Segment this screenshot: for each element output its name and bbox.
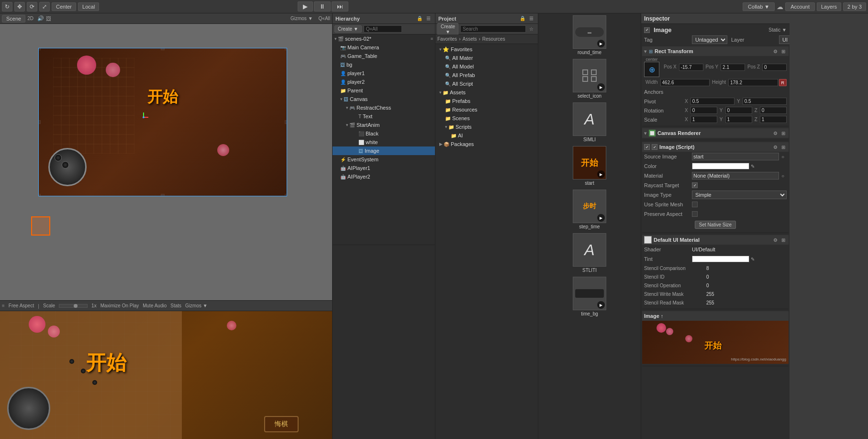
hierarchy-create[interactable]: Create ▼ (334, 25, 362, 33)
hier-item-image[interactable]: 🖼 Image (333, 146, 435, 155)
proj-fav-allprefab[interactable]: 🔍 All Prefab (437, 71, 536, 79)
center-button[interactable]: Center (52, 2, 76, 11)
material-pick[interactable]: ○ (779, 173, 787, 179)
anchor-box[interactable]: ⊕ (644, 62, 659, 77)
pivot-x-input[interactable] (690, 98, 734, 105)
pos-y-input[interactable] (721, 64, 745, 71)
maximize-btn[interactable]: Maximize On Play (100, 303, 139, 308)
step-button[interactable]: ⏭ (332, 1, 348, 11)
rotate-tool[interactable]: ⟳ (27, 2, 37, 11)
canvas-expand-icon[interactable]: ⊞ (780, 130, 787, 136)
project-search[interactable] (460, 25, 526, 33)
proj-item-assets[interactable]: ▾ 📁 Assets (437, 88, 536, 97)
project-menu[interactable]: ☰ (528, 15, 535, 22)
project-lock[interactable]: 🔒 (518, 15, 527, 22)
asset-select-icon[interactable]: ▶ select_icon (540, 59, 639, 99)
hier-item-text[interactable]: T Text (333, 112, 435, 121)
width-input[interactable] (660, 79, 710, 86)
proj-item-scripts[interactable]: ▾ 📁 Scripts (437, 123, 536, 131)
rect-transform-title[interactable]: ▾ ⊞ Rect Transform ⚙ ⊞ (642, 46, 789, 56)
scale-tool[interactable]: ⤢ (39, 2, 50, 11)
pivot-y-input[interactable] (743, 98, 787, 105)
project-star[interactable]: ☆ (528, 26, 535, 32)
proj-fav-allmater[interactable]: 🔍 All Mater (437, 54, 536, 62)
image-script-checkbox2[interactable]: ✓ (652, 144, 657, 150)
hierarchy-search[interactable] (364, 25, 402, 33)
mat-settings-icon[interactable]: ⚙ (772, 237, 779, 243)
raycast-checkbox[interactable]: ✓ (692, 182, 698, 188)
mat-expand-icon[interactable]: ⊞ (780, 237, 787, 243)
scene-game-content[interactable]: 开始 (38, 48, 287, 196)
all-label[interactable]: Q«All (319, 16, 330, 21)
local-button[interactable]: Local (78, 2, 99, 11)
hier-item-parent[interactable]: 📁 Parent (333, 86, 435, 95)
hier-item-black[interactable]: ⬛ Black (333, 129, 435, 138)
rect-settings-icon[interactable]: ⚙ (772, 48, 779, 55)
2d-toggle[interactable]: 2D (27, 16, 33, 21)
proj-item-prefabs[interactable]: 📁 Prefabs (437, 97, 536, 105)
rot-y-input[interactable] (725, 107, 752, 114)
static-label[interactable]: Static ▼ (768, 27, 787, 33)
game-start-button[interactable]: 悔棋 (264, 416, 299, 432)
hier-item-eventsystem[interactable]: ⚡ EventSystem (333, 155, 435, 164)
hier-item-aiplayer1[interactable]: 🤖 AIPlayer1 (333, 164, 435, 172)
asset-round-time[interactable]: ▬ ▶ round_time (540, 15, 639, 55)
color-edit-btn[interactable]: ✎ (749, 163, 756, 169)
refresh-icon[interactable]: ↻ (2, 2, 12, 11)
image-script-title[interactable]: ✓ ✓ Image (Script) ⚙ ⊞ (642, 142, 789, 152)
default-material-title[interactable]: Default UI Material ⚙ ⊞ (642, 235, 789, 245)
proj-item-resources[interactable]: 📁 Resources (437, 105, 536, 114)
hier-item-aiplayer2[interactable]: 🤖 AIPlayer2 (333, 172, 435, 181)
layers-button[interactable]: Layers (817, 2, 841, 11)
pause-button[interactable]: ⏸ (314, 1, 331, 11)
proj-item-packages[interactable]: ▶ 📦 Packages (437, 140, 536, 148)
aspect-label[interactable]: Free Aspect (9, 303, 34, 308)
source-image-pick[interactable]: ○ (779, 154, 787, 160)
hier-item-player1[interactable]: 👤 player1 (333, 69, 435, 78)
proj-item-scenes[interactable]: 📁 Scenes (437, 114, 536, 123)
hier-item-canvas[interactable]: ▾ 🖼 Canvas (333, 95, 435, 103)
scale-x-input[interactable] (690, 116, 717, 123)
proj-item-ai[interactable]: 📁 AI (437, 131, 536, 140)
asset-time-bg[interactable]: ▶ time_bg (540, 277, 639, 316)
hier-item-white[interactable]: ⬜ white (333, 138, 435, 146)
hier-item-scenes[interactable]: ▾ 🎬 scenes-02* ≡ (333, 34, 435, 43)
tint-swatch[interactable] (692, 256, 749, 262)
asset-simli[interactable]: A SIMLI (540, 102, 639, 142)
hier-item-bg[interactable]: 🖼 bg (333, 60, 435, 69)
mute-btn[interactable]: Mute Audio (143, 303, 167, 308)
hier-item-maincamera[interactable]: 📷 Main Camera (333, 43, 435, 52)
asset-start[interactable]: 开始 ▶ start (540, 146, 639, 186)
height-input[interactable] (728, 79, 778, 86)
account-button[interactable]: Account (785, 2, 815, 11)
set-native-size-button[interactable]: Set Native Size (695, 221, 736, 229)
rect-expand-icon[interactable]: ⊞ (780, 48, 787, 55)
gizmos-dropdown[interactable]: Gizmos ▼ (290, 16, 313, 21)
project-create[interactable]: Create ▼ (437, 23, 458, 35)
proj-fav-allmodel[interactable]: 🔍 All Model (437, 62, 536, 71)
material-input[interactable] (692, 172, 779, 180)
stats-btn[interactable]: Stats (170, 303, 181, 308)
proj-item-favorites[interactable]: ▾ ⭐ Favorites (437, 45, 536, 54)
source-image-input[interactable] (692, 153, 779, 160)
hier-item-startanim[interactable]: ▾ 🎬 StartAnim (333, 121, 435, 129)
hier-item-gametable[interactable]: 🎮 Game_Table (333, 52, 435, 60)
proj-fav-allscript[interactable]: 🔍 All Script (437, 79, 536, 88)
tag-select[interactable]: Untagged (692, 35, 727, 44)
asset-stliti[interactable]: A STLITI (540, 233, 639, 273)
image-expand-icon[interactable]: ⊞ (780, 144, 787, 150)
color-swatch[interactable] (692, 163, 749, 169)
inspector-active-checkbox[interactable]: ✓ (644, 27, 650, 33)
scene-tab[interactable]: Scene (2, 15, 25, 23)
layout-button[interactable]: 2 by 3 (843, 2, 866, 11)
transform-gizmo[interactable] (138, 112, 149, 123)
rot-x-input[interactable] (690, 107, 717, 114)
scale-y-input[interactable] (725, 116, 752, 123)
gizmos-btn[interactable]: Gizmos ▼ (185, 303, 208, 308)
pos-z-input[interactable] (762, 64, 787, 71)
image-settings-icon[interactable]: ⚙ (772, 144, 779, 150)
play-button[interactable]: ▶ (298, 1, 313, 11)
scale-z-input[interactable] (760, 116, 787, 123)
image-script-checkbox[interactable]: ✓ (644, 144, 650, 150)
preserve-checkbox[interactable] (692, 211, 698, 217)
